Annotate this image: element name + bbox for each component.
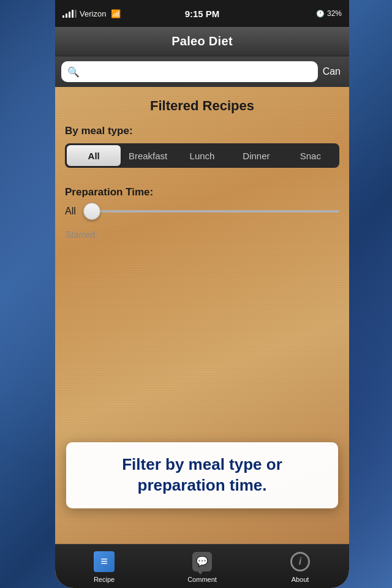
prep-time-section: Preparation Time: All — [55, 176, 349, 224]
meal-type-label: By meal type: — [65, 125, 339, 137]
tab-about[interactable]: i About — [251, 550, 349, 583]
signal-bar-4 — [72, 10, 74, 18]
status-bar: Verizon 📶 9:15 PM 🕐 32% — [55, 0, 349, 27]
carrier-label: Verizon — [80, 9, 106, 18]
search-area: 🔍 Can — [55, 56, 349, 87]
starred-label: Starred: — [65, 229, 97, 239]
recipe-tab-icon-wrapper: ≡ — [92, 550, 116, 573]
slider-row: All — [65, 206, 339, 217]
tab-bar: ≡ Recipe 💬 Comment i About — [55, 544, 349, 588]
app-title: Paleo Diet — [172, 34, 233, 48]
status-right: 🕐 32% — [249, 9, 342, 18]
main-content: Filtered Recipes By meal type: All Break… — [55, 87, 349, 546]
status-left: Verizon 📶 — [62, 9, 156, 18]
filter-title: Filtered Recipes — [65, 98, 339, 114]
wifi-icon: 📶 — [111, 9, 121, 18]
about-info-icon: i — [290, 552, 310, 571]
seg-breakfast[interactable]: Breakfast — [121, 145, 175, 166]
signal-bar-1 — [62, 15, 64, 18]
tab-recipe-label: Recipe — [94, 576, 115, 583]
prep-time-label: Preparation Time: — [65, 186, 339, 198]
tab-about-label: About — [292, 576, 309, 583]
comment-bubble-icon: 💬 — [192, 552, 212, 571]
starred-section: Starred: — [55, 224, 349, 243]
recipe-book-icon: ≡ — [94, 551, 115, 572]
prep-time-slider[interactable] — [83, 210, 339, 213]
comment-tab-icon-wrapper: 💬 — [190, 550, 214, 573]
phone-frame: Verizon 📶 9:15 PM 🕐 32% Paleo Diet 🔍 Can… — [55, 0, 349, 588]
tab-comment-label: Comment — [187, 576, 217, 583]
battery-label: 32% — [327, 9, 342, 18]
tooltip-text: Filter by meal type or preparation time. — [80, 454, 325, 496]
seg-lunch[interactable]: Lunch — [175, 145, 229, 166]
seg-snack[interactable]: Snac — [284, 145, 337, 166]
search-bar[interactable]: 🔍 — [61, 61, 318, 82]
tab-recipe[interactable]: ≡ Recipe — [55, 550, 153, 583]
search-icon: 🔍 — [67, 66, 80, 78]
meal-type-segmented-control[interactable]: All Breakfast Lunch Dinner Snac — [65, 143, 339, 168]
nav-bar: Paleo Diet — [55, 27, 349, 56]
status-time: 9:15 PM — [156, 9, 249, 19]
tab-comment[interactable]: 💬 Comment — [153, 550, 251, 583]
about-tab-icon-wrapper: i — [288, 550, 312, 573]
tooltip-bubble: Filter by meal type or preparation time. — [66, 442, 338, 508]
slider-thumb[interactable] — [83, 203, 100, 220]
seg-all[interactable]: All — [67, 145, 121, 166]
filter-section: Filtered Recipes By meal type: All Break… — [55, 87, 349, 176]
signal-bar-5 — [75, 10, 77, 18]
signal-bars — [62, 9, 77, 18]
cancel-button[interactable]: Can — [323, 66, 343, 77]
clock-icon: 🕐 — [316, 10, 325, 18]
signal-bar-2 — [66, 13, 67, 18]
slider-all-label: All — [65, 206, 76, 217]
seg-dinner[interactable]: Dinner — [229, 145, 283, 166]
signal-bar-3 — [69, 12, 70, 18]
